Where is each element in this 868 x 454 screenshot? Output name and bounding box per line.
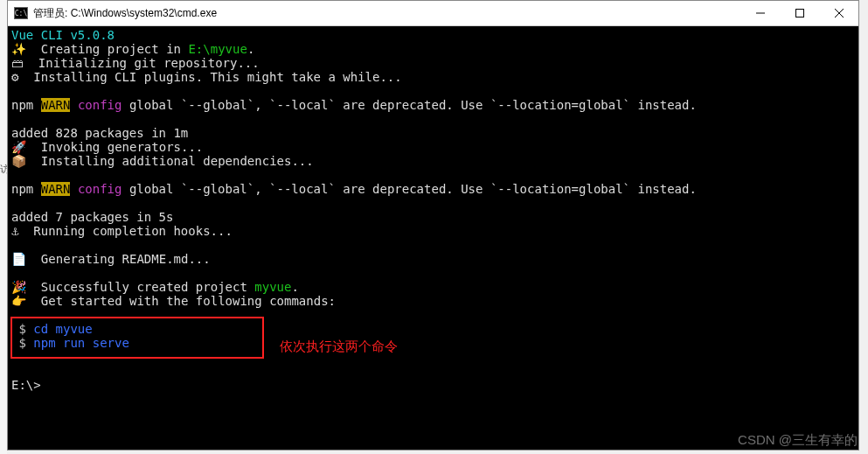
background-strip: 访: [0, 0, 7, 454]
prompt-symbol: $: [11, 322, 33, 336]
window-controls: [740, 1, 858, 25]
text-line: global `--global`, `--local` are depreca…: [122, 182, 696, 196]
prompt: E:\>: [11, 378, 41, 392]
terminal-output[interactable]: Vue CLI v5.0.8 ✨ Creating project in E:\…: [8, 26, 858, 450]
text-line: 🎉 Successfully created project: [11, 280, 254, 294]
text-line: added 828 packages in 1m: [11, 126, 188, 140]
annotation-text: 依次执行这两个命令: [280, 339, 398, 355]
text-line: ✨ Creating project in: [11, 42, 188, 56]
text-line: 🚀 Invoking generators...: [11, 140, 203, 154]
cmd-window: C:\ 管理员: C:\Windows\system32\cmd.exe Vue…: [7, 0, 859, 451]
prompt-symbol: $: [11, 336, 33, 350]
svg-rect-1: [795, 10, 803, 17]
project-name: myvue: [254, 280, 291, 294]
text-line: added 7 packages in 5s: [11, 210, 173, 224]
minimize-button[interactable]: [740, 1, 780, 25]
npm-label: npm: [11, 98, 33, 112]
text-path: E:\myvue: [188, 42, 247, 56]
text-line: 👉 Get started with the following command…: [11, 294, 336, 308]
maximize-button[interactable]: [780, 1, 819, 25]
text-line: global `--global`, `--local` are depreca…: [122, 98, 696, 112]
npm-label: npm: [11, 182, 33, 196]
close-button[interactable]: [819, 1, 858, 25]
text-line: ⚓ Running completion hooks...: [11, 224, 233, 238]
text-line: ⚙ Installing CLI plugins. This might tak…: [11, 70, 402, 84]
warn-badge: WARN: [41, 182, 71, 196]
text-line: Vue CLI v5.0.8: [11, 28, 115, 42]
text-line: 🗃 Initializing git repository...: [11, 56, 260, 70]
command-text: npm run serve: [33, 336, 129, 350]
command-text: cd myvue: [33, 322, 92, 336]
cmd-icon: C:\: [14, 7, 28, 19]
text-line: 📦 Installing additional dependencies...: [11, 154, 314, 168]
window-title: 管理员: C:\Windows\system32\cmd.exe: [33, 6, 740, 21]
titlebar[interactable]: C:\ 管理员: C:\Windows\system32\cmd.exe: [8, 1, 858, 26]
bg-char: 访: [0, 164, 7, 174]
warn-badge: WARN: [41, 98, 71, 112]
config-label: config: [78, 98, 122, 112]
text-line: 📄 Generating README.md...: [11, 252, 211, 266]
config-label: config: [78, 182, 122, 196]
